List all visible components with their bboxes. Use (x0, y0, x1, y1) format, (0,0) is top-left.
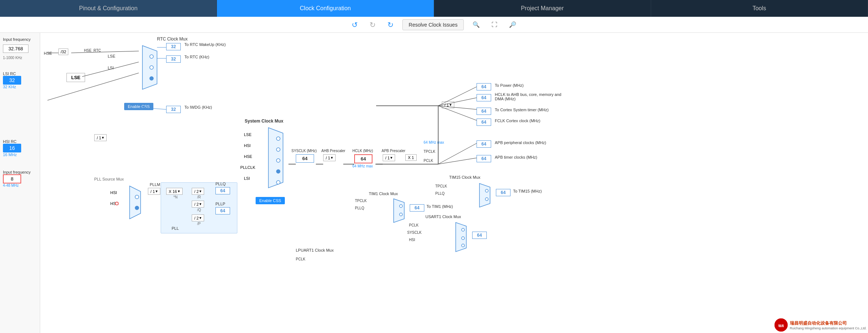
lsi-rc-label: LSI RC (3, 71, 37, 76)
apb-div-value: / 1 (385, 156, 390, 160)
out-apb-val: 64 (477, 140, 491, 148)
svg-point-1 (150, 55, 153, 58)
tpclk-label-area: TPCLK (424, 150, 435, 154)
enable-css-button-top[interactable]: Enable CSS (124, 103, 153, 110)
lpuart-pclk: PCLK (296, 257, 305, 261)
to-rtc-wakeup: To RTC WakeUp (KHz) (184, 42, 226, 47)
svg-point-8 (276, 170, 280, 173)
div1-top-chevron: ▾ (102, 135, 104, 140)
hclk-max: 64 MHz max (352, 164, 373, 168)
svg-line-28 (47, 73, 139, 100)
pllm-dropdown[interactable]: / 1 ▾ (148, 188, 160, 195)
out-cortex-label: To Cortex System timer (MHz) (495, 108, 548, 112)
watermark-text: 瑞昌明盛自动化设备有限公司 Ruichang Mingsheng automat… (790, 320, 867, 330)
svg-marker-19 (456, 222, 466, 252)
input-freq-value[interactable]: 32.768 (3, 44, 28, 53)
div1-right-dropdown[interactable]: / 1 ▾ (442, 101, 454, 108)
x16-dropdown[interactable]: X 16 ▾ (166, 188, 183, 195)
lsi-value-box: 32 (3, 76, 21, 85)
tab-pinout[interactable]: Pinout & Configuration (0, 0, 217, 17)
sys-hsi-label: HSI (244, 143, 251, 148)
out-power-val: 64 (477, 83, 491, 90)
usart1-mux-label: USART1 Clock Mux (425, 214, 461, 219)
x16-chevron: ▾ (178, 189, 180, 194)
input-freq2-label: Input frequency (3, 170, 37, 174)
apb-label: APB Prescaler (382, 149, 405, 153)
sys-hse-label: HSE (244, 154, 252, 159)
enable-css-button-bottom[interactable]: Enable CSS (256, 197, 285, 204)
svg-point-21 (462, 237, 464, 240)
pll-source-mux-label: PLL Source Mux (94, 177, 124, 181)
svg-text:瑞昌: 瑞昌 (778, 324, 784, 328)
pllm-label: PLLM (150, 182, 160, 187)
tim15-mux-shape (477, 182, 493, 209)
ahb-label: AHB Prescaler (321, 149, 345, 153)
apb-div-dropdown[interactable]: / 1 ▾ (383, 154, 395, 161)
resolve-clock-button[interactable]: Resolve Clock Issues (402, 19, 464, 30)
div2-p-dropdown[interactable]: / 2 ▾ (192, 214, 204, 221)
lpuart1-mux-label: LPUART1 Clock Mux (296, 248, 334, 252)
input-freq-label: Input frequency (3, 37, 37, 42)
div2-r-dropdown[interactable]: / 2 ▾ (192, 188, 204, 195)
pll-label: PLL (172, 226, 179, 231)
to-iwdg: To IWDG (KHz) (184, 105, 212, 109)
out-cortex-val: 64 (477, 108, 491, 115)
svg-point-7 (276, 159, 280, 162)
rtc-val3: 32 (166, 106, 181, 113)
out-power-label: To Power (MHz) (495, 83, 524, 88)
svg-marker-4 (268, 128, 283, 188)
out-tim1-val: 64 (410, 204, 424, 212)
div1-dropdown-top[interactable]: / 1 ▾ (94, 134, 107, 141)
undo-button[interactable]: ↺ (349, 19, 361, 31)
sys-lse-label: LSE (244, 132, 252, 137)
out-usart-val: 64 (472, 232, 487, 239)
hsi-rc-label: HSI RC (3, 139, 37, 144)
hse-range: 4-48 MHz (3, 183, 37, 187)
svg-point-2 (150, 66, 153, 69)
div32-box[interactable]: /32 (58, 49, 68, 55)
hsi-value-box: 16 (3, 144, 21, 152)
pclk-label-area: PCLK (424, 159, 433, 163)
tim15-mux-label: TIM15 Clock Mux (449, 175, 481, 179)
pllm-value: / 1 (150, 189, 155, 194)
tab-project[interactable]: Project Manager (434, 0, 651, 17)
zoom-out-button[interactable]: 🔍 (506, 20, 519, 30)
to-tim1-label: To TIM1 (MHz) (427, 204, 453, 209)
pclk-max: 64 MHz max (424, 140, 444, 144)
div1-top-value: / 1 (97, 136, 101, 140)
usart1-mux-shape (453, 221, 469, 253)
tim1-mux-shape (391, 197, 407, 224)
lse-block: LSE (66, 73, 85, 82)
usart-pclk: PCLK (409, 223, 418, 227)
div2-q-dropdown[interactable]: / 2 ▾ (192, 201, 204, 208)
pll-hsi-label: HSI (110, 190, 117, 195)
tab-clock[interactable]: Clock Configuration (217, 0, 434, 17)
ahb-div-dropdown[interactable]: / 1 ▾ (323, 154, 336, 161)
svg-line-41 (438, 158, 477, 164)
div2-q-chevron: ▾ (199, 202, 202, 206)
refresh-button[interactable]: ↻ (385, 19, 397, 31)
out-fclk-label: FCLK Cortex clock (MHz) (495, 119, 540, 123)
svg-point-5 (276, 137, 280, 140)
system-mux-shape (263, 126, 288, 190)
ahb-div-value: / 1 (326, 156, 330, 160)
svg-marker-16 (394, 199, 404, 222)
pllq-tim1: PLLQ (355, 206, 364, 210)
out-apb-label: APB peripheral clocks (MHz) (495, 140, 546, 145)
zoom-in-button[interactable]: 🔍 (470, 20, 483, 30)
usart-hsi: HSI (409, 238, 415, 242)
hse-radio[interactable] (115, 202, 119, 205)
sysclk-value[interactable]: 64 (296, 154, 314, 163)
main-area: Input frequency 32.768 1-1000 KHz LSI RC… (0, 33, 868, 333)
usart-sysclk: SYSCLK (407, 231, 421, 235)
redo-button[interactable]: ↻ (367, 19, 379, 31)
svg-point-6 (276, 148, 280, 151)
to-rtc: To RTC (KHz) (184, 55, 209, 59)
fullscreen-button[interactable]: ⛶ (489, 20, 500, 30)
pllq-label: PLLQ (215, 182, 226, 186)
tab-tools[interactable]: Tools (651, 0, 868, 17)
hse-input-value[interactable]: 8 (3, 174, 21, 183)
svg-point-3 (150, 77, 153, 80)
svg-line-26 (71, 51, 139, 53)
hclk-value[interactable]: 64 (354, 154, 372, 163)
